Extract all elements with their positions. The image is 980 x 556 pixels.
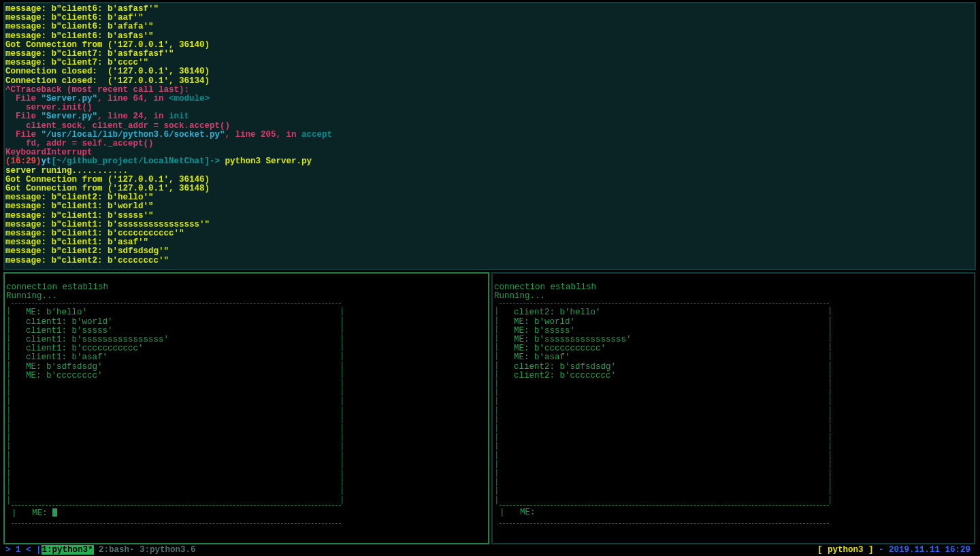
status-datetime: 2019.11.11 16:29 (889, 545, 970, 555)
log-line: message: b"client6: b'afafa'" (5, 22, 974, 31)
log-line: message: b"client1: b'ccccccccccc'" (5, 229, 974, 238)
status-window-3[interactable]: 3:python3.6 (135, 545, 196, 555)
log-line: Connection closed: ('127.0.0.1', 36134) (5, 77, 974, 86)
shell-prompt[interactable]: (16:29)yt[~/github_project/LocalNetChat]… (5, 157, 974, 166)
log-line: message: b"client6: b'asfas'" (5, 32, 974, 41)
client-left-chat-frame: | | | | | | | | | | | | | | | | | | | | … (6, 303, 487, 533)
traceback-frame-2: File "Server.py", line 24, in init (5, 112, 974, 121)
client-right-messages: client2: b'hello' ME: b'world' ME: b'sss… (504, 308, 632, 380)
client-right-chat-frame: | | | | | | | | | | | | | | | | | | | | … (494, 303, 973, 533)
log-line: Connection closed: ('127.0.0.1', 36140) (5, 67, 974, 76)
log-line: message: b"client6: b'asfasf'" (5, 5, 974, 14)
status-mode: [ python3 ] (817, 545, 874, 555)
status-session[interactable]: > 1 < | (5, 545, 42, 555)
client-left-status-1: connection establish (6, 283, 487, 292)
client-left-status-2: Running... (6, 292, 487, 301)
log-line: message: b"client7: b'asfasfasf'" (5, 50, 974, 59)
status-window-2[interactable]: 2:bash- (94, 545, 135, 555)
client-left-messages: ME: b'hello' client1: b'world' client1: … (16, 308, 169, 380)
server-pane[interactable]: message: b"client6: b'asfasf'"message: b… (3, 2, 976, 270)
log-line: message: b"client1: b'sssss'" (5, 212, 974, 220)
log-line: server runing........... (5, 167, 974, 176)
tmux-statusbar[interactable]: > 1 < |1:python3* 2:bash- 3:python3.6 [ … (3, 546, 977, 556)
client-left-pane[interactable]: connection establish Running... | | | | … (3, 272, 489, 544)
client-right-pane[interactable]: connection establish Running... | | | | … (491, 272, 975, 544)
log-line: message: b"client2: b'cccccccc'" (5, 257, 974, 265)
log-line: message: b"client2: b'sdfsdsdg'" (5, 247, 974, 256)
client-left-input[interactable]: | ME: (12, 508, 57, 518)
client-right-status-2: Running... (494, 292, 973, 301)
cursor-block-icon (52, 508, 57, 517)
status-window-1[interactable]: 1:python3* (42, 545, 94, 555)
traceback-call-3: fd, addr = self._accept() (5, 140, 974, 148)
client-right-input[interactable]: | ME: (500, 508, 540, 517)
traceback-frame-1: File "Server.py", line 64, in <module> (5, 95, 974, 103)
log-line: message: b"client1: b'world'" (5, 202, 974, 211)
client-right-status-1: connection establish (494, 283, 973, 292)
